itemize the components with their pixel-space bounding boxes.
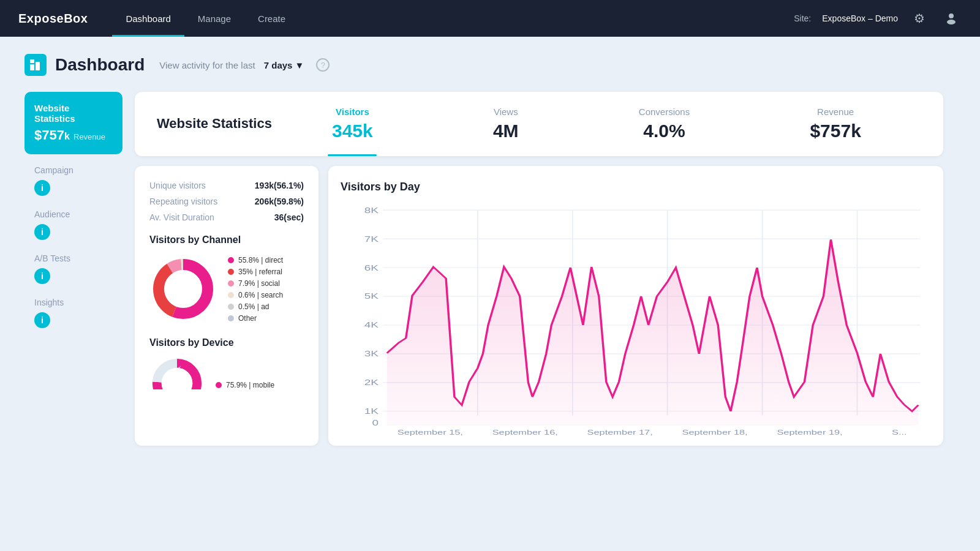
sidebar-insights-label: Insights [34,298,113,307]
main-content: Dashboard View activity for the last 7 d… [0,37,980,463]
stats-bar: Website Statistics Visitors 345k Views 4… [135,92,943,156]
svg-text:6K: 6K [364,264,379,272]
legend-dot-social [228,280,234,287]
svg-text:2K: 2K [364,379,379,387]
nav-create[interactable]: Create [244,0,299,37]
legend-label-ad: 0.5% | ad [238,302,269,311]
days-selector[interactable]: 7 days ▼ [264,60,304,70]
legend-dot-mobile [216,382,222,388]
audience-info-icon[interactable]: i [34,224,50,240]
svg-text:September 15,: September 15, [398,429,463,436]
legend-dot-direct [228,257,234,263]
svg-text:7K: 7K [364,235,379,243]
device-chart-container: 75.9% | mobile [149,356,304,389]
stat-conversions-value: 4.0% [643,121,685,141]
help-icon[interactable]: ? [316,58,330,72]
sidebar-item-campaign[interactable]: Campaign i [24,156,123,200]
unique-visitors-value: 193k(56.1%) [255,181,304,190]
svg-text:1K: 1K [364,407,379,415]
legend-dot-other [228,315,234,321]
legend-label-direct: 55.8% | direct [238,256,283,264]
stat-visitors-label: Visitors [336,107,369,117]
legend-direct: 55.8% | direct [228,256,283,264]
svg-text:September 16,: September 16, [492,429,558,436]
device-legend: 75.9% | mobile [216,381,274,389]
visit-duration-row: Av. Visit Duration 36(sec) [149,212,304,222]
legend-other: Other [228,314,283,323]
sidebar-revenue: $757k Revenue [34,127,113,143]
stat-visitors-underline [328,154,377,156]
unique-visitors-row: Unique visitors 193k(56.1%) [149,181,304,190]
campaign-info-icon[interactable]: i [34,180,50,196]
svg-text:3K: 3K [364,350,379,358]
repeating-visitors-value: 206k(59.8%) [255,197,304,206]
sidebar-item-insights[interactable]: Insights i [24,288,123,332]
sidebar: Website Statistics $757k Revenue Campaig… [24,92,123,332]
legend-dot-search [228,292,234,298]
stat-views-label: Views [494,107,518,117]
sidebar-label: Website Statistics [34,103,113,124]
brand: ExposeBox [18,12,88,26]
stat-conversions-label: Conversions [639,107,690,117]
nav-dashboard[interactable]: Dashboard [112,0,184,37]
legend-referral: 35% | referral [228,268,283,276]
settings-icon[interactable]: ⚙ [909,8,930,29]
channel-title: Visitors by Channel [149,234,304,246]
legend-ad: 0.5% | ad [228,302,283,311]
svg-rect-2 [30,64,34,70]
day-chart-title: Visitors by Day [341,181,931,193]
dashboard-icon [24,54,47,76]
nav-items: Dashboard Manage Create [112,0,769,37]
svg-point-14 [163,369,191,389]
legend-label-social: 7.9% | social [238,279,280,288]
abtests-info-icon[interactable]: i [34,268,50,284]
stat-visitors[interactable]: Visitors 345k [332,107,373,141]
visitor-stats: Unique visitors 193k(56.1%) Repeating vi… [149,181,304,222]
legend-dot-ad [228,304,234,310]
sidebar-item-website-statistics[interactable]: Website Statistics $757k Revenue [24,92,123,154]
stat-conversions[interactable]: Conversions 4.0% [639,107,690,141]
visit-duration-label: Av. Visit Duration [149,212,214,222]
repeating-visitors-label: Repeating visitors [149,197,217,206]
stat-views-value: 4M [493,121,519,141]
svg-rect-4 [30,59,34,63]
navbar-right: Site: ExposeBox – Demo ⚙ [794,8,962,29]
svg-text:4K: 4K [364,321,379,329]
main-panel: Website Statistics Visitors 345k Views 4… [135,92,943,446]
svg-text:S...: S... [892,429,907,436]
legend-label-referral: 35% | referral [238,268,282,276]
legend-social: 7.9% | social [228,279,283,288]
nav-manage[interactable]: Manage [184,0,244,37]
sidebar-abtests-label: A/B Tests [34,253,113,263]
user-icon[interactable] [941,8,962,29]
unique-visitors-label: Unique visitors [149,181,206,190]
legend-dot-referral [228,269,234,275]
stat-visitors-value: 345k [332,121,373,141]
sidebar-campaign-label: Campaign [34,165,113,175]
legend-label-other: Other [238,314,257,323]
stat-views[interactable]: Views 4M [493,107,519,141]
site-name: ExposeBox – Demo [822,13,898,23]
detail-left: Unique visitors 193k(56.1%) Repeating vi… [135,166,318,446]
activity-label: View activity for the last [159,60,255,70]
sidebar-item-audience[interactable]: Audience i [24,200,123,244]
insights-info-icon[interactable]: i [34,312,50,328]
day-chart-area: 8K 7K 6K 5K 4K 3K 2K 1K 0 [341,203,931,436]
svg-text:September 17,: September 17, [587,429,653,436]
device-donut [149,356,205,389]
detail-panel: Unique visitors 193k(56.1%) Repeating vi… [135,166,943,446]
channel-chart-container: 55.8% | direct 35% | referral 7.9% | soc… [149,255,304,323]
legend-search: 0.6% | search [228,291,283,299]
stat-revenue[interactable]: Revenue $757k [810,107,861,141]
navbar: ExposeBox Dashboard Manage Create Site: … [0,0,980,37]
svg-point-0 [949,13,954,18]
legend-label-mobile: 75.9% | mobile [226,381,274,389]
svg-text:0: 0 [372,419,379,427]
stat-revenue-value: $757k [810,121,861,141]
svg-text:8K: 8K [364,206,379,214]
stats-metrics: Visitors 345k Views 4M Conversions 4.0% [272,107,921,141]
visit-duration-value: 36(sec) [274,212,304,222]
legend-mobile: 75.9% | mobile [216,381,274,389]
page-title: Dashboard [55,55,145,75]
sidebar-item-abtests[interactable]: A/B Tests i [24,244,123,288]
